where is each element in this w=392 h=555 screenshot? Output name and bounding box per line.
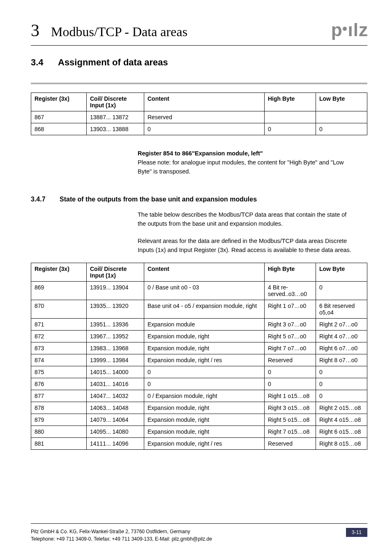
cell-high: 0 (265, 378, 316, 390)
cell-coil: 14111... 14096 (87, 438, 144, 450)
cell-coil: 14047... 14032 (87, 390, 144, 402)
th-highbyte: High Byte (265, 263, 316, 282)
cell-content: 0 / Expansion module, right (144, 390, 265, 402)
cell-coil: 13919... 13904 (87, 282, 144, 300)
cell-low: 6 Bit reserved o5,o4 (316, 300, 367, 319)
cell-low: 0 (316, 123, 367, 135)
cell-register: 872 (31, 331, 87, 342)
cell-content: Expansion module, right (144, 414, 265, 426)
table-row: 88114111... 14096Expansion module, right… (31, 438, 367, 450)
cell-high: 0 (265, 123, 316, 135)
th-lowbyte: Low Byte (316, 93, 367, 111)
section-separator (31, 83, 367, 84)
table-row: 87814063... 14048Expansion module, right… (31, 402, 367, 414)
cell-register: 876 (31, 378, 87, 390)
cell-content: Base unit o4 - o5 / expansion module, ri… (144, 300, 265, 319)
cell-coil: 13983... 13968 (87, 342, 144, 354)
cell-high: Right 5 o15…o8 (265, 414, 316, 426)
cell-content: Expansion module, right / res (144, 354, 265, 366)
page-footer: Pilz GmbH & Co. KG, Felix-Wankel-Straße … (31, 523, 367, 543)
cell-high: Right 5 o7…o0 (265, 331, 316, 342)
cell-register: 873 (31, 342, 87, 354)
cell-coil: 14063... 14048 (87, 402, 144, 414)
cell-low: Right 8 o7…o0 (316, 354, 367, 366)
chapter-number: 3 (31, 21, 39, 40)
cell-coil: 13999... 13984 (87, 354, 144, 366)
cell-content: 0 (144, 378, 265, 390)
page: 3 Modbus/TCP - Data areas pılz 3.4 Assig… (0, 0, 392, 555)
page-number-badge: 3-11 (346, 528, 367, 537)
cell-high: Right 3 o15…o8 (265, 402, 316, 414)
note-block: Register 854 to 866"Expansion module, le… (138, 149, 351, 176)
cell-register: 874 (31, 354, 87, 366)
note-heading: Register 854 to 866"Expansion module, le… (138, 150, 263, 157)
cell-high: Right 7 o15…o8 (265, 426, 316, 438)
cell-high: Right 7 o7…o0 (265, 342, 316, 354)
th-register: Register (3x) (31, 263, 87, 282)
cell-low: Right 6 o7…o0 (316, 342, 367, 354)
cell-coil: 13967... 13952 (87, 331, 144, 342)
footer-address: Pilz GmbH & Co. KG, Felix-Wankel-Straße … (31, 528, 212, 543)
table-outputs: Register (3x) Coil/ Discrete Input (1x) … (31, 263, 367, 450)
cell-coil: 13887... 13872 (87, 111, 144, 123)
cell-register: 879 (31, 414, 87, 426)
cell-content: 0 / Base unit o0 - 03 (144, 282, 265, 300)
table-row: 87614031... 14016000 (31, 378, 367, 390)
cell-high: Right 3 o7…o0 (265, 319, 316, 331)
page-header: 3 Modbus/TCP - Data areas pılz (31, 21, 367, 46)
cell-low: 0 (316, 378, 367, 390)
section-number: 3.4 (31, 57, 46, 68)
cell-high: Reserved (265, 438, 316, 450)
cell-low: Right 8 o15…o8 (316, 438, 367, 450)
cell-content: 0 (144, 366, 265, 378)
table-body: 86713887... 13872Reserved86813903... 138… (31, 111, 367, 135)
th-content: Content (144, 93, 265, 111)
cell-content: Expansion module, right / res (144, 438, 265, 450)
cell-register: 878 (31, 402, 87, 414)
th-content: Content (144, 263, 265, 282)
paragraph-2: Relevant areas for the data are defined … (138, 237, 351, 255)
cell-register: 871 (31, 319, 87, 331)
cell-low: 0 (316, 282, 367, 300)
pilz-logo-icon: pılz (331, 21, 367, 39)
cell-coil: 13935... 13920 (87, 300, 144, 319)
table-row: 87914079... 14064Expansion module, right… (31, 414, 367, 426)
cell-content: Expansion module, right (144, 402, 265, 414)
th-lowbyte: Low Byte (316, 263, 367, 282)
cell-low: 0 (316, 390, 367, 402)
header-left: 3 Modbus/TCP - Data areas (31, 21, 187, 40)
cell-coil: 14079... 14064 (87, 414, 144, 426)
cell-low: Right 6 o15…o8 (316, 426, 367, 438)
cell-coil: 13903... 13888 (87, 123, 144, 135)
chapter-title: Modbus/TCP - Data areas (51, 24, 187, 39)
cell-coil: 14015... 14000 (87, 366, 144, 378)
cell-high: Right 1 o15…o8 (265, 390, 316, 402)
cell-low: 0 (316, 366, 367, 378)
cell-register: 880 (31, 426, 87, 438)
cell-low: Right 2 o15…o8 (316, 402, 367, 414)
cell-high: 4 Bit re-served..o3…o0 (265, 282, 316, 300)
table-row: 86913919... 139040 / Base unit o0 - 034 … (31, 282, 367, 300)
table-row: 86713887... 13872Reserved (31, 111, 367, 123)
cell-register: 869 (31, 282, 87, 300)
section-heading: 3.4 Assignment of data areas (31, 57, 367, 68)
cell-high: Right 1 o7…o0 (265, 300, 316, 319)
cell-register: 877 (31, 390, 87, 402)
section-title: Assignment of data areas (58, 57, 168, 68)
cell-high (265, 111, 316, 123)
cell-content: Expansion module, right (144, 342, 265, 354)
subsection-heading: 3.4.7 State of the outputs from the base… (31, 196, 367, 203)
table-row: 87213967... 13952Expansion module, right… (31, 331, 367, 342)
cell-register: 875 (31, 366, 87, 378)
cell-content: 0 (144, 123, 265, 135)
footer-line-2: Telephone: +49 711 3409-0, Telefax: +49 … (31, 535, 212, 543)
cell-coil: 13951... 13936 (87, 319, 144, 331)
th-register: Register (3x) (31, 93, 87, 111)
table-row: 88014095... 14080Expansion module, right… (31, 426, 367, 438)
cell-content: Expansion module, right (144, 331, 265, 342)
cell-content: Reserved (144, 111, 265, 123)
cell-high: 0 (265, 366, 316, 378)
cell-register: 870 (31, 300, 87, 319)
cell-low (316, 111, 367, 123)
subsection-title: State of the outputs from the base unit … (60, 196, 257, 203)
